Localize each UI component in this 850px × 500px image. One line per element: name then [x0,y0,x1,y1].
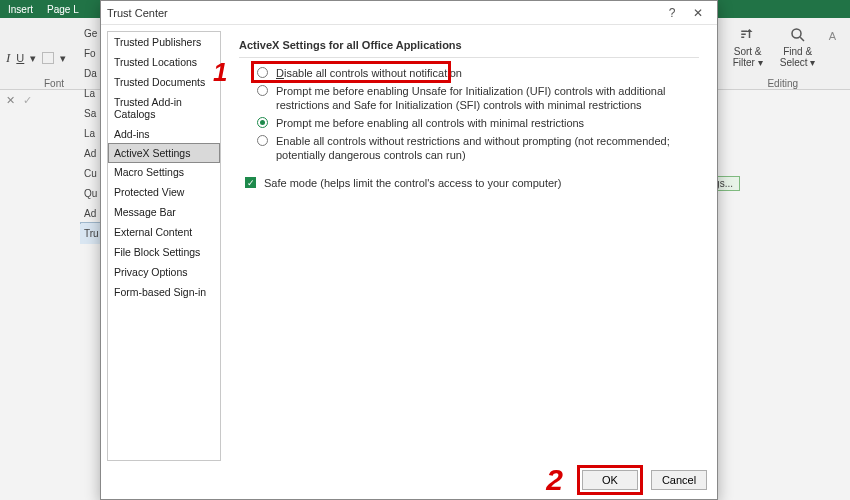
editing-group-label: Editing [767,78,798,89]
dialog-title: Trust Center [107,7,168,19]
font-group-label: Font [44,78,64,89]
sidebar-item-addins[interactable]: Add-ins [108,124,220,144]
help-button[interactable]: ? [659,3,685,23]
sidebar-item-privacy-options[interactable]: Privacy Options [108,262,220,282]
close-button[interactable]: ✕ [685,3,711,23]
find-icon [789,26,807,46]
dialog-footer: 2 OK Cancel [101,467,717,499]
ribbon-tab-insert[interactable]: Insert [8,4,33,15]
sort-icon [739,26,757,46]
radio-icon[interactable] [257,117,268,128]
find-select-button[interactable]: Find & Select ▾ [779,26,817,68]
font-style-controls: I U ▾ ▾ [6,50,66,66]
bg-nav-item[interactable]: Tru [80,224,102,244]
border-icon[interactable] [42,52,54,64]
sidebar-item-form-based-signin[interactable]: Form-based Sign-in [108,282,220,302]
dropdown-caret-icon[interactable]: ▾ [30,52,36,65]
sidebar-item-activex-settings[interactable]: ActiveX Settings [108,143,220,163]
sidebar-item-external-content[interactable]: External Content [108,222,220,242]
sort-filter-button[interactable]: Sort & Filter ▾ [729,26,767,68]
radio-icon[interactable] [257,85,268,96]
radio-label: Enable all controls without restrictions… [276,134,699,162]
annotation-1-label: 1 [213,57,227,88]
underline-icon[interactable]: U [16,52,24,64]
radio-prompt-ufi-sfi[interactable]: Prompt me before enabling Unsafe for Ini… [239,82,699,114]
sidebar-item-trusted-documents[interactable]: Trusted Documents [108,72,220,92]
formula-cancel-icon[interactable]: ✕ [6,94,15,107]
annotation-2-box: OK [577,465,643,495]
section-title: ActiveX Settings for all Office Applicat… [239,39,699,58]
truncated-group: A [829,30,836,42]
dropdown-caret-icon[interactable]: ▾ [60,52,66,65]
radio-label: Prompt me before enabling Unsafe for Ini… [276,84,699,112]
cancel-button[interactable]: Cancel [651,470,707,490]
formula-bar-fragment: ✕ ✓ [6,94,32,107]
dialog-titlebar[interactable]: Trust Center ? ✕ [101,1,717,25]
annotation-2-label: 2 [546,463,563,497]
italic-icon[interactable]: I [6,50,10,66]
checkbox-icon[interactable] [245,177,256,188]
trust-center-sidebar: Trusted Publishers Trusted Locations Tru… [107,31,221,461]
formula-enter-icon[interactable]: ✓ [23,94,32,107]
checkbox-safe-mode[interactable]: Safe mode (helps limit the control's acc… [239,174,699,192]
sidebar-item-trusted-addin-catalogs[interactable]: Trusted Add-in Catalogs [108,92,220,124]
activex-settings-panel: 1 ActiveX Settings for all Office Applic… [227,25,717,467]
ribbon-tab-pagelayout[interactable]: Page L [47,4,79,15]
excel-ribbon-tabs: Insert Page L [0,0,87,18]
sort-filter-label: Sort & Filter ▾ [729,46,767,68]
sidebar-item-trusted-publishers[interactable]: Trusted Publishers [108,32,220,52]
radio-label: Prompt me before enabling all controls w… [276,116,584,130]
radio-disable-all[interactable]: Disable all controls without notificatio… [239,64,699,82]
find-select-label: Find & Select ▾ [779,46,817,68]
svg-point-0 [792,29,801,38]
sidebar-item-message-bar[interactable]: Message Bar [108,202,220,222]
sidebar-item-protected-view[interactable]: Protected View [108,182,220,202]
ok-button[interactable]: OK [582,470,638,490]
sidebar-item-macro-settings[interactable]: Macro Settings [108,162,220,182]
radio-label: Disable all controls without notificatio… [276,66,462,80]
checkbox-label: Safe mode (helps limit the control's acc… [264,176,561,190]
radio-prompt-minimal[interactable]: Prompt me before enabling all controls w… [239,114,699,132]
radio-icon[interactable] [257,135,268,146]
editing-group: Sort & Filter ▾ Find & Select ▾ A [729,26,836,68]
sidebar-item-file-block-settings[interactable]: File Block Settings [108,242,220,262]
radio-icon[interactable] [257,67,268,78]
trust-center-dialog: Trust Center ? ✕ Trusted Publishers Trus… [100,0,718,500]
radio-enable-all[interactable]: Enable all controls without restrictions… [239,132,699,164]
sidebar-item-trusted-locations[interactable]: Trusted Locations [108,52,220,72]
